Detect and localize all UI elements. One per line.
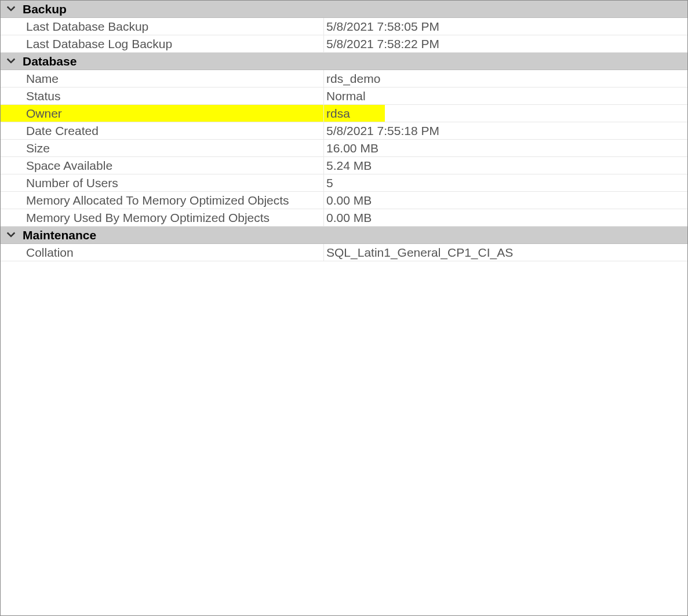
property-row[interactable]: Memory Used By Memory Optimized Objects … [1, 209, 687, 227]
property-label: Memory Used By Memory Optimized Objects [1, 209, 324, 226]
property-label: Status [1, 88, 324, 104]
property-row[interactable]: Number of Users 5 [1, 174, 687, 192]
property-value: 16.00 MB [324, 140, 687, 156]
properties-panel: Backup Last Database Backup 5/8/2021 7:5… [1, 1, 687, 615]
property-row[interactable]: Memory Allocated To Memory Optimized Obj… [1, 192, 687, 209]
section-header-database[interactable]: Database [1, 53, 687, 70]
property-label: Memory Allocated To Memory Optimized Obj… [1, 192, 324, 209]
property-label: Name [1, 70, 324, 87]
property-value: 5/8/2021 7:58:22 PM [324, 35, 687, 52]
property-row[interactable]: Status Normal [1, 88, 687, 105]
property-value: rdsa [324, 105, 687, 122]
section-header-maintenance[interactable]: Maintenance [1, 227, 687, 244]
property-value: 5/8/2021 7:55:18 PM [324, 122, 687, 139]
chevron-down-icon[interactable] [5, 5, 17, 13]
property-label: Owner [1, 105, 324, 122]
property-label: Date Created [1, 122, 324, 139]
property-value: 5/8/2021 7:58:05 PM [324, 18, 687, 35]
property-label: Collation [1, 244, 324, 261]
property-label: Last Database Log Backup [1, 35, 324, 52]
property-row[interactable]: Size 16.00 MB [1, 140, 687, 157]
chevron-down-icon[interactable] [5, 231, 17, 239]
property-label: Space Available [1, 157, 324, 174]
property-label: Size [1, 140, 324, 156]
property-value: 5 [324, 174, 687, 191]
section-header-backup[interactable]: Backup [1, 1, 687, 18]
section-title: Maintenance [23, 228, 96, 242]
section-title: Backup [23, 2, 67, 16]
property-value: Normal [324, 88, 687, 104]
section-title: Database [23, 54, 77, 68]
property-value: 0.00 MB [324, 209, 687, 226]
property-label: Number of Users [1, 174, 324, 191]
property-row[interactable]: Space Available 5.24 MB [1, 157, 687, 174]
property-value: SQL_Latin1_General_CP1_CI_AS [324, 244, 687, 261]
property-row[interactable]: Last Database Backup 5/8/2021 7:58:05 PM [1, 18, 687, 35]
property-value: rds_demo [324, 70, 687, 87]
property-value: 5.24 MB [324, 157, 687, 174]
property-row-owner[interactable]: Owner rdsa [1, 105, 687, 122]
property-row[interactable]: Date Created 5/8/2021 7:55:18 PM [1, 122, 687, 140]
chevron-down-icon[interactable] [5, 57, 17, 65]
property-row[interactable]: Last Database Log Backup 5/8/2021 7:58:2… [1, 35, 687, 53]
property-value: 0.00 MB [324, 192, 687, 209]
property-row[interactable]: Collation SQL_Latin1_General_CP1_CI_AS [1, 244, 687, 261]
property-row[interactable]: Name rds_demo [1, 70, 687, 88]
property-label: Last Database Backup [1, 18, 324, 35]
